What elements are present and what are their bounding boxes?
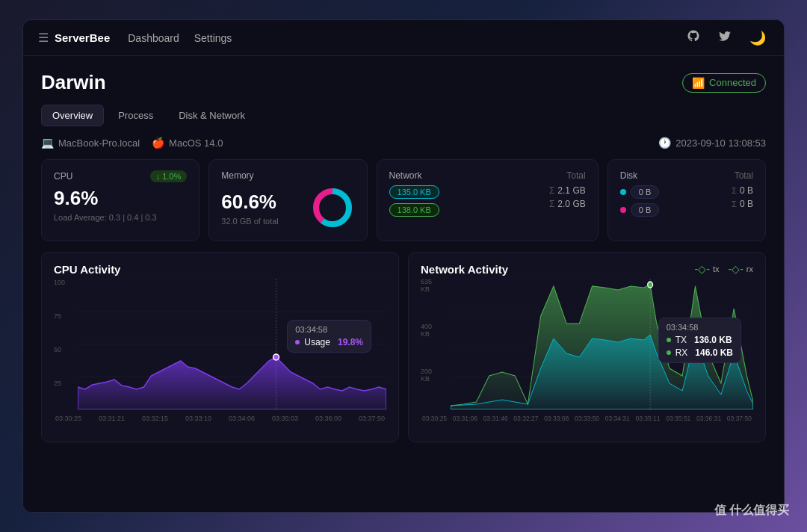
os-label: MacOS 14.0 (169, 137, 223, 149)
memory-label: Memory (221, 170, 354, 181)
disk1-total: 0 B (740, 185, 753, 196)
disk-totals: Σ 0 B Σ 0 B (732, 185, 753, 209)
memory-value: 60.6% (221, 191, 278, 214)
page-header: Darwin 📶 Connected (41, 71, 766, 94)
svg-point-9 (273, 354, 279, 360)
apple-icon: 🍎 (152, 137, 164, 149)
tab-overview[interactable]: Overview (41, 105, 104, 126)
memory-values: 60.6% 32.0 GB of total (221, 191, 278, 226)
cpu-value: 9.6% (54, 187, 187, 210)
network-tx-badge: 135.0 KB (389, 185, 439, 199)
legend-tx: -◇- tx (695, 263, 720, 275)
nav-settings[interactable]: Settings (194, 32, 232, 44)
disk1-badge: 0 B (631, 185, 660, 199)
disk-label: Disk Total (620, 170, 753, 181)
system-info-left: 💻 MacBook-Pro.local 🍎 MacOS 14.0 (41, 137, 223, 149)
network-label: Network Total (389, 170, 586, 181)
network-chart-area: 635KB 400KB 200KB (421, 279, 753, 428)
disk-card: Disk Total 0 B (607, 159, 766, 241)
menu-icon[interactable]: ☰ (38, 31, 49, 45)
navbar: ☰ ServerBee Dashboard Settings 🌙 (23, 20, 784, 56)
brand: ☰ ServerBee (38, 31, 110, 45)
network-rx-row: 138.0 KB (389, 203, 439, 217)
brand-name: ServerBee (55, 31, 110, 44)
page-title: Darwin (41, 71, 106, 94)
net-y-axis: 635KB 400KB 200KB (421, 279, 448, 413)
cpu-chart-card: CPU Activity 100 75 50 25 (41, 252, 399, 442)
wifi-icon: 📶 (692, 77, 705, 89)
nav-links: Dashboard Settings (128, 32, 684, 44)
disk2-total: 0 B (740, 199, 753, 209)
network-rx-badge: 138.0 KB (389, 203, 439, 217)
cpu-y-axis: 100 75 50 25 (54, 279, 75, 413)
cpu-sub: Load Average: 0.3 | 0.4 | 0.3 (54, 213, 187, 222)
system-info-bar: 💻 MacBook-Pro.local 🍎 MacOS 14.0 🕐 2023-… (41, 137, 766, 149)
cpu-badge: ↓ 1.0% (150, 170, 188, 182)
disk2-dot (620, 207, 626, 213)
clock-icon: 🕐 (658, 137, 671, 149)
dark-mode-icon[interactable]: 🌙 (746, 27, 769, 49)
network-legend: -◇- tx -◇- rx (695, 263, 753, 275)
tabs: Overview Process Disk & Network (41, 105, 766, 126)
tab-disk-network[interactable]: Disk & Network (167, 105, 256, 126)
app-window: ☰ ServerBee Dashboard Settings 🌙 Darwin … (22, 19, 785, 513)
navbar-icons: 🌙 (684, 26, 769, 49)
network-chart-card: Network Activity -◇- tx -◇- rx 635KB (408, 252, 766, 442)
disk1-dot (620, 189, 626, 195)
cpu-chart-inner[interactable] (78, 279, 386, 413)
hostname-item: 💻 MacBook-Pro.local (41, 137, 140, 149)
cpu-card: CPU ↓ 1.0% 9.6% Load Average: 0.3 | 0.4 … (41, 159, 200, 241)
memory-sub: 32.0 GB of total (221, 217, 278, 226)
os-item: 🍎 MacOS 14.0 (152, 137, 223, 149)
computer-icon: 💻 (41, 137, 54, 149)
tab-process[interactable]: Process (107, 105, 164, 126)
network-tx-row: 135.0 KB (389, 185, 439, 199)
nav-dashboard[interactable]: Dashboard (128, 32, 179, 44)
network-chart-inner[interactable] (451, 279, 753, 413)
memory-content: 60.6% 32.0 GB of total (221, 185, 354, 230)
memory-donut (310, 185, 355, 230)
connected-badge: 📶 Connected (682, 73, 766, 93)
network-rows: 135.0 KB 138.0 KB (389, 185, 439, 217)
twitter-icon[interactable] (715, 26, 735, 49)
svg-point-16 (648, 282, 653, 288)
datetime-label: 2023-09-10 13:08:53 (675, 137, 766, 149)
watermark: 值 什么值得买 (714, 503, 789, 519)
memory-card: Memory 60.6% 32.0 GB of total (208, 159, 367, 241)
watermark-logo: 值 什么值得买 (714, 504, 789, 516)
datetime-item: 🕐 2023-09-10 13:08:53 (658, 137, 766, 149)
network-totals: Σ 2.1 GB Σ 2.0 GB (549, 185, 586, 209)
main-content: Darwin 📶 Connected Overview Process Disk… (23, 56, 784, 512)
github-icon[interactable] (684, 26, 703, 49)
charts-row: CPU Activity 100 75 50 25 (41, 252, 766, 442)
network-rx-total: 2.0 GB (557, 199, 585, 209)
disk2-row: 0 B (620, 203, 660, 217)
network-tx-total: 2.1 GB (557, 185, 585, 196)
cpu-x-axis: 03:30:25 03:31:21 03:32:15 03:33:10 03:3… (54, 415, 386, 422)
network-card: Network Total 135.0 KB 138.0 KB (377, 159, 599, 241)
cpu-label: CPU ↓ 1.0% (54, 170, 187, 182)
disk1-row: 0 B (620, 185, 660, 199)
hostname-label: MacBook-Pro.local (58, 137, 140, 149)
disk2-badge: 0 B (631, 203, 660, 217)
cpu-chart-title: CPU Activity (54, 263, 386, 276)
network-x-axis: 03:30:25 03:31:06 03:31:46 03:32:27 03:3… (421, 415, 753, 422)
stats-row: CPU ↓ 1.0% 9.6% Load Average: 0.3 | 0.4 … (41, 159, 766, 241)
disk-rows: 0 B 0 B (620, 185, 660, 217)
legend-rx: -◇- rx (729, 263, 754, 275)
cpu-chart-area: 100 75 50 25 (54, 279, 386, 428)
connected-label: Connected (709, 77, 756, 88)
